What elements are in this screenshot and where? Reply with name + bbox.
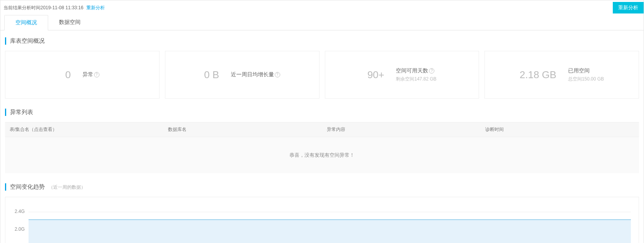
- card-label-block: 异常 ?: [82, 71, 99, 78]
- gridline: [29, 212, 631, 212]
- card-label: 已用空间: [568, 67, 604, 74]
- table-header: 表/集合名（点击查看） 数据库名 异常内容 诊断时间: [5, 122, 639, 137]
- card-label: 近一周日均增长量 ?: [231, 71, 280, 78]
- top-bar: 当前结果分析时间2019-11-08 11:33:16 重新分析 重新分析: [0, 0, 644, 13]
- help-icon[interactable]: ?: [429, 68, 434, 74]
- card-label: 异常 ?: [82, 71, 99, 78]
- card-value: 90+: [367, 69, 384, 81]
- refresh-link[interactable]: 重新分析: [86, 5, 105, 10]
- ytick-0: 2.4G: [5, 209, 27, 214]
- chart-area-fill: [29, 220, 631, 243]
- overview-title: 库表空间概况: [5, 37, 639, 45]
- analysis-timestamp: 当前结果分析时间2019-11-08 11:33:16 重新分析: [3, 5, 105, 11]
- th-database-name[interactable]: 数据库名: [163, 122, 322, 137]
- help-icon[interactable]: ?: [94, 72, 99, 77]
- help-icon[interactable]: ?: [275, 72, 280, 77]
- th-table-name[interactable]: 表/集合名（点击查看）: [5, 122, 163, 137]
- card-label-text: 已用空间: [568, 67, 590, 74]
- overview-cards: 0 异常 ? 0 B 近一周日均增长量 ? 90+: [5, 51, 639, 99]
- card-sublabel: 总空间150.00 GB: [568, 76, 604, 82]
- card-label: 空间可用天数 ?: [396, 67, 436, 74]
- card-label-block: 已用空间 总空间150.00 GB: [568, 67, 604, 82]
- empty-message: 恭喜，没有发现有空间异常！: [5, 137, 639, 173]
- timestamp-value: 2019-11-08 11:33:16: [40, 5, 83, 10]
- card-sublabel: 剩余空间147.82 GB: [396, 76, 436, 82]
- card-value: 2.18 GB: [520, 69, 556, 81]
- anomaly-title-text: 异常列表: [10, 109, 33, 116]
- reanalyze-button[interactable]: 重新分析: [613, 2, 644, 13]
- card-value: 0: [65, 69, 71, 81]
- card-label-text: 近一周日均增长量: [231, 71, 274, 78]
- card-anomaly-count: 0 异常 ?: [5, 51, 160, 99]
- trend-chart[interactable]: 2.4G 2.0G 1.5G: [5, 197, 639, 243]
- trend-title-text: 空间变化趋势: [10, 183, 45, 191]
- card-daily-growth: 0 B 近一周日均增长量 ?: [165, 51, 319, 99]
- card-available-days: 90+ 空间可用天数 ? 剩余空间147.82 GB: [325, 51, 479, 99]
- card-label-block: 空间可用天数 ? 剩余空间147.82 GB: [396, 67, 436, 82]
- anomaly-title: 异常列表: [5, 109, 639, 116]
- th-diagnosis-time[interactable]: 诊断时间: [481, 122, 639, 137]
- card-label-block: 近一周日均增长量 ?: [231, 71, 280, 78]
- card-value: 0 B: [204, 69, 219, 81]
- tab-space-overview[interactable]: 空间概况: [4, 15, 48, 30]
- card-used-space: 2.18 GB 已用空间 总空间150.00 GB: [484, 51, 639, 99]
- card-label-text: 异常: [82, 71, 93, 78]
- content: 库表空间概况 0 异常 ? 0 B 近一周日均增长量 ?: [0, 30, 644, 243]
- overview-title-text: 库表空间概况: [10, 37, 45, 45]
- trend-subtitle: （近一周的数据）: [49, 184, 86, 191]
- ytick-1: 2.0G: [5, 226, 27, 232]
- trend-title: 空间变化趋势 （近一周的数据）: [5, 183, 639, 191]
- timestamp-prefix: 当前结果分析时间: [3, 5, 40, 10]
- card-label-text: 空间可用天数: [396, 67, 428, 74]
- th-anomaly-content[interactable]: 异常内容: [322, 122, 481, 137]
- anomaly-table: 表/集合名（点击查看） 数据库名 异常内容 诊断时间 恭喜，没有发现有空间异常！: [5, 122, 639, 173]
- page-root: 当前结果分析时间2019-11-08 11:33:16 重新分析 重新分析 空间…: [0, 0, 644, 243]
- tab-data-space[interactable]: 数据空间: [48, 15, 91, 30]
- tabs: 空间概况 数据空间: [0, 15, 644, 30]
